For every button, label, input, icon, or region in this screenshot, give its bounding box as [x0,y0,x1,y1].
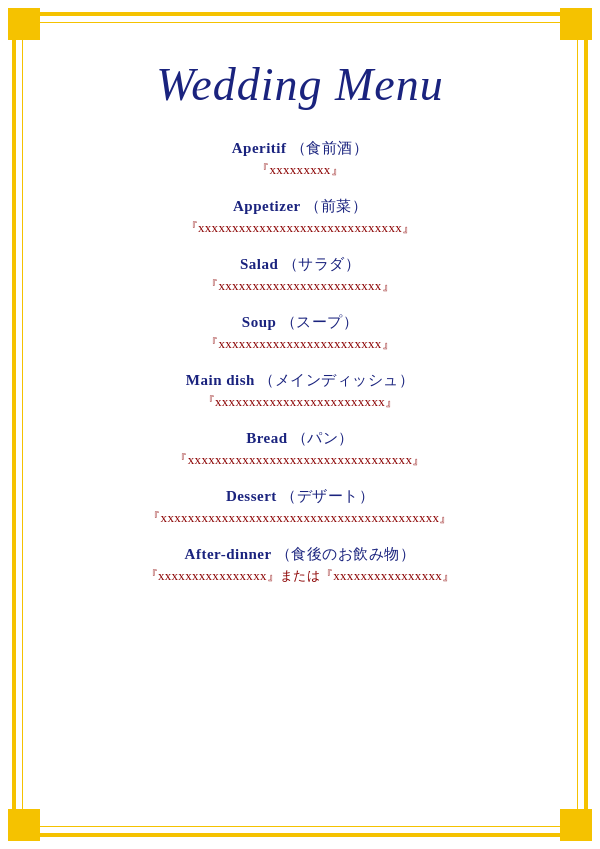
menu-heading-salad: Salad （サラダ） [145,255,456,274]
menu-en-after-dinner: After-dinner [185,546,272,562]
menu-description-after-dinner: 『xxxxxxxxxxxxxxxx』または『xxxxxxxxxxxxxxxx』 [145,567,456,585]
menu-jp-soup: （スープ） [276,314,358,330]
content-area: Wedding Menu Aperitif （食前酒）『xxxxxxxxx』Ap… [30,30,570,819]
menu-description-soup: 『xxxxxxxxxxxxxxxxxxxxxxxx』 [145,335,456,353]
menu-section-aperitif: Aperitif （食前酒）『xxxxxxxxx』 [145,139,456,179]
menu-section-main-dish: Main dish （メインディッシュ）『xxxxxxxxxxxxxxxxxxx… [145,371,456,411]
menu-en-soup: Soup [242,314,277,330]
menu-heading-dessert: Dessert （デザート） [145,487,456,506]
menu-en-salad: Salad [240,256,278,272]
menu-jp-after-dinner: （食後のお飲み物） [272,546,416,562]
menu-description-bread: 『xxxxxxxxxxxxxxxxxxxxxxxxxxxxxxxxx』 [145,451,456,469]
menu-container: Aperitif （食前酒）『xxxxxxxxx』Appetizer （前菜）『… [145,139,456,603]
menu-heading-appetizer: Appetizer （前菜） [145,197,456,216]
menu-en-main-dish: Main dish [186,372,255,388]
menu-description-salad: 『xxxxxxxxxxxxxxxxxxxxxxxx』 [145,277,456,295]
menu-description-dessert: 『xxxxxxxxxxxxxxxxxxxxxxxxxxxxxxxxxxxxxxx… [145,509,456,527]
menu-jp-aperitif: （食前酒） [287,140,369,156]
menu-jp-appetizer: （前菜） [301,198,367,214]
menu-jp-bread: （パン） [288,430,354,446]
menu-section-appetizer: Appetizer （前菜）『xxxxxxxxxxxxxxxxxxxxxxxxx… [145,197,456,237]
menu-section-dessert: Dessert （デザート）『xxxxxxxxxxxxxxxxxxxxxxxxx… [145,487,456,527]
menu-jp-main-dish: （メインディッシュ） [255,372,414,388]
menu-jp-dessert: （デザート） [277,488,374,504]
page: Wedding Menu Aperitif （食前酒）『xxxxxxxxx』Ap… [0,0,600,849]
menu-en-aperitif: Aperitif [232,140,287,156]
menu-jp-salad: （サラダ） [278,256,360,272]
menu-en-dessert: Dessert [226,488,277,504]
menu-description-main-dish: 『xxxxxxxxxxxxxxxxxxxxxxxxx』 [145,393,456,411]
menu-heading-after-dinner: After-dinner （食後のお飲み物） [145,545,456,564]
menu-en-bread: Bread [246,430,287,446]
menu-section-salad: Salad （サラダ）『xxxxxxxxxxxxxxxxxxxxxxxx』 [145,255,456,295]
menu-en-appetizer: Appetizer [233,198,301,214]
menu-heading-aperitif: Aperitif （食前酒） [145,139,456,158]
menu-description-appetizer: 『xxxxxxxxxxxxxxxxxxxxxxxxxxxxxx』 [145,219,456,237]
page-title: Wedding Menu [156,58,444,111]
menu-section-bread: Bread （パン）『xxxxxxxxxxxxxxxxxxxxxxxxxxxxx… [145,429,456,469]
menu-section-soup: Soup （スープ）『xxxxxxxxxxxxxxxxxxxxxxxx』 [145,313,456,353]
menu-heading-main-dish: Main dish （メインディッシュ） [145,371,456,390]
menu-section-after-dinner: After-dinner （食後のお飲み物）『xxxxxxxxxxxxxxxx』… [145,545,456,585]
menu-heading-soup: Soup （スープ） [145,313,456,332]
menu-heading-bread: Bread （パン） [145,429,456,448]
menu-description-aperitif: 『xxxxxxxxx』 [145,161,456,179]
